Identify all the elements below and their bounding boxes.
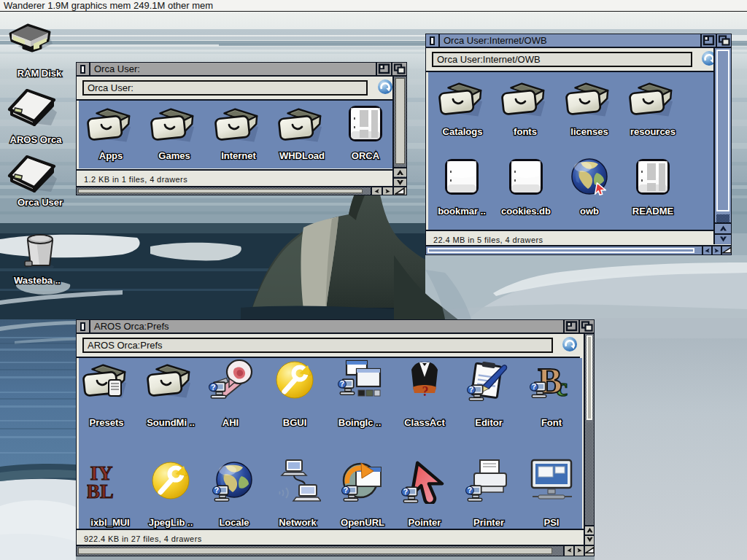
svg-text:BL: BL bbox=[87, 480, 114, 502]
svg-text:?: ? bbox=[422, 384, 429, 399]
